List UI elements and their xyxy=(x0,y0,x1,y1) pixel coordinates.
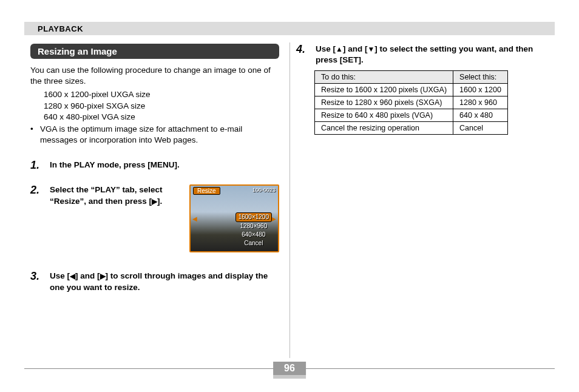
intro-paragraph: You can use the following procedure to c… xyxy=(30,65,279,87)
up-arrow-icon: ▲ xyxy=(336,44,343,54)
size-label: -pixel UXGA size xyxy=(89,90,150,99)
lcd-option-selected: 1600×1200 xyxy=(235,212,272,222)
right-arrow-icon: ▶ xyxy=(271,215,276,222)
page-content: Resizing an Image You can use the follow… xyxy=(30,44,549,293)
step-text-post: ]. xyxy=(157,197,162,206)
step-3: 3. Use [◀] and [▶] to scroll through ima… xyxy=(30,271,279,292)
table-header: To do this: xyxy=(315,71,453,84)
size-label: -pixel SXGA size xyxy=(84,101,146,110)
step-1: 1. In the PLAY mode, press [MENU]. xyxy=(30,160,279,172)
step-number: 1. xyxy=(30,160,44,172)
size-dim: 1280 x 960 xyxy=(44,101,84,110)
lcd-title: Resize xyxy=(193,187,220,195)
step-2-text: 2. Select the “PLAY” tab, select “Resize… xyxy=(30,184,181,206)
lcd-preview: Resize 100-0023 ◀ ▶ 1600×1200 1280×960 6… xyxy=(189,184,279,252)
table-cell: Cancel the resizing operation xyxy=(315,122,453,135)
page-number-box: 96 xyxy=(273,362,306,379)
table-row: Resize to 1280 x 960 pixels (SXGA) 1280 … xyxy=(315,96,508,109)
down-arrow-icon: ▼ xyxy=(367,44,374,54)
step-number: 4. xyxy=(296,44,310,66)
step-body: In the PLAY mode, press [MENU]. xyxy=(50,160,279,172)
right-arrow-icon: ▶ xyxy=(152,197,157,206)
step-number: 3. xyxy=(30,271,44,292)
table-row: Resize to 640 x 480 pixels (VGA) 640 x 4… xyxy=(315,109,508,122)
size-dim: 640 x 480 xyxy=(44,112,80,121)
table-cell: Resize to 1600 x 1200 pixels (UXGA) xyxy=(315,84,453,96)
step-text-mid: ] and [ xyxy=(75,271,100,280)
lcd-option: Cancel xyxy=(235,239,272,248)
section-header-text: PLAYBACK xyxy=(38,24,83,33)
step-body: Use [▲] and [▼] to select the setting yo… xyxy=(316,44,539,66)
table-cell: 1600 x 1200 xyxy=(453,84,508,96)
step-text-pre: Select the “PLAY” tab, select “Resize”, … xyxy=(50,185,163,205)
page-number-shadow xyxy=(273,375,306,379)
lcd-options: 1600×1200 1280×960 640×480 Cancel xyxy=(235,212,272,248)
step-body: Use [◀] and [▶] to scroll through images… xyxy=(50,271,279,292)
table-cell: Cancel xyxy=(453,122,508,135)
lcd-option: 640×480 xyxy=(235,231,272,239)
table-row: Cancel the resizing operation Cancel xyxy=(315,122,508,135)
step-text-pre: Use [ xyxy=(316,44,336,53)
lcd-option: 1280×960 xyxy=(235,222,272,231)
table-cell: 640 x 480 xyxy=(453,109,508,122)
table-cell: 1280 x 960 xyxy=(453,96,508,109)
table-header: Select this: xyxy=(453,71,508,84)
left-column: Resizing an Image You can use the follow… xyxy=(30,44,279,293)
section-header: PLAYBACK xyxy=(24,22,555,35)
step-text-mid: ] and [ xyxy=(343,44,368,53)
section-title: Resizing an Image xyxy=(30,44,279,59)
size-item: 1280 x 960-pixel SXGA size xyxy=(44,101,279,112)
left-arrow-icon: ◀ xyxy=(70,271,75,281)
table-cell: Resize to 640 x 480 pixels (VGA) xyxy=(315,109,453,122)
step-number: 2. xyxy=(30,184,44,206)
step-4: 4. Use [▲] and [▼] to select the setting… xyxy=(296,44,539,66)
left-arrow-icon: ◀ xyxy=(192,215,197,222)
section-title-text: Resizing an Image xyxy=(38,46,117,56)
right-arrow-icon: ▶ xyxy=(100,271,106,281)
bullet-dot: • xyxy=(30,124,36,146)
resize-table: To do this: Select this: Resize to 1600 … xyxy=(314,70,508,135)
table-row: Resize to 1600 x 1200 pixels (UXGA) 1600… xyxy=(315,84,508,96)
table-header-row: To do this: Select this: xyxy=(315,71,508,84)
page-number: 96 xyxy=(273,362,306,375)
step-2-row: 2. Select the “PLAY” tab, select “Resize… xyxy=(30,184,279,252)
page-footer: 96 xyxy=(0,362,579,376)
step-body: Select the “PLAY” tab, select “Resize”, … xyxy=(50,184,181,206)
lcd-image-id: 100-0023 xyxy=(252,187,276,193)
size-list: 1600 x 1200-pixel UXGA size 1280 x 960-p… xyxy=(44,89,279,123)
step-text-pre: Use [ xyxy=(50,271,70,280)
table-cell: Resize to 1280 x 960 pixels (SXGA) xyxy=(315,96,453,109)
size-label: -pixel VGA size xyxy=(80,112,135,121)
note-bullet: • VGA is the optimum image size for atta… xyxy=(30,124,279,146)
size-dim: 1600 x 1200 xyxy=(44,90,89,99)
right-column: 4. Use [▲] and [▼] to select the setting… xyxy=(296,44,539,293)
note-text: VGA is the optimum image size for attach… xyxy=(40,124,279,146)
size-item: 640 x 480-pixel VGA size xyxy=(44,112,279,123)
size-item: 1600 x 1200-pixel UXGA size xyxy=(44,89,279,100)
